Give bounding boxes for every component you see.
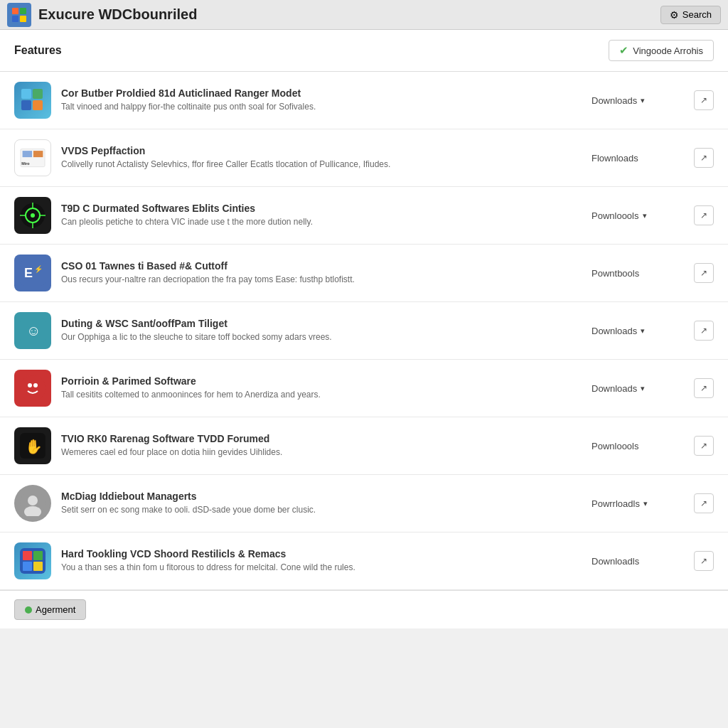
feature-info: Cor Butber Proldied 81d Auticlinaed Rang… [61, 87, 582, 113]
feature-row: McDiag Iddiebout Managerts Setit serr on… [0, 475, 728, 532]
feature-category: Flownloads [592, 153, 684, 164]
feature-desc: Tall cesitits coltemed to anmooninces fo… [61, 389, 582, 401]
feature-category: Downloads ▾ [592, 95, 684, 106]
features-list: Cor Butber Proldied 81d Auticlinaed Rang… [0, 72, 728, 590]
feature-info: Porrioin & Parimed Software Tall cesitit… [61, 375, 582, 401]
feature-arrow-button[interactable]: ↗ [694, 263, 714, 283]
chevron-down-icon: ▾ [643, 499, 648, 508]
svg-text:☺: ☺ [26, 323, 41, 338]
svg-text:⚡: ⚡ [34, 264, 43, 274]
feature-name: TVIO RK0 Rarenag Software TVDD Forumed [61, 433, 582, 444]
feature-info: TVIO RK0 Rarenag Software TVDD Forumed W… [61, 433, 582, 459]
feature-arrow-button[interactable]: ↗ [694, 493, 714, 513]
svg-text:✋: ✋ [25, 438, 43, 455]
feature-arrow-button[interactable]: ↗ [694, 148, 714, 168]
feature-desc: Ous recurs your-naltre ran decriopation … [61, 274, 582, 286]
feature-icon [14, 197, 51, 234]
feature-info: Hard Tookling VCD Shoord Restilicls & Re… [61, 548, 582, 574]
feature-info: VVDS Pepffaction Colivelly runot Actalis… [61, 145, 582, 171]
feature-icon [14, 82, 51, 119]
chevron-down-icon: ▾ [641, 326, 645, 336]
feature-name: Duting & WSC Sant/ooffPam Tiliget [61, 318, 582, 329]
feature-category: Pownloools ▾ [592, 210, 684, 221]
feature-desc: Wemeres cael ed four place on dotia hiin… [61, 446, 582, 459]
feature-category: Powrrloadls ▾ [592, 498, 684, 509]
svg-rect-34 [33, 551, 43, 560]
feature-arrow-button[interactable]: ↗ [694, 90, 714, 110]
svg-point-24 [20, 375, 46, 401]
feature-arrow-button[interactable]: ↗ [694, 205, 714, 225]
feature-name: McDiag Iddiebout Managerts [61, 491, 582, 502]
feature-icon: E⚡ [14, 255, 51, 291]
main-content: Features ✔ Vingoode Arrohis Cor Butber P… [0, 30, 728, 628]
feature-desc: Our Opphiga a lic to the sleuche to sita… [61, 331, 582, 343]
feature-name: CSO 01 Tawnes ti Based #& Cuttoff [61, 260, 582, 272]
search-button[interactable]: ⚙ Search [660, 6, 721, 24]
feature-row: Hard Tookling VCD Shoord Restilicls & Re… [0, 532, 728, 590]
svg-rect-33 [23, 551, 32, 560]
svg-rect-5 [33, 89, 43, 99]
svg-rect-4 [21, 89, 31, 99]
feature-row: Porrioin & Parimed Software Tall cesitit… [0, 360, 728, 417]
feature-category: Downloadls [592, 556, 684, 567]
feature-name: T9D C Durmated Softwares Eblits Cinties [61, 203, 582, 214]
feature-name: Hard Tookling VCD Shoord Restilicls & Re… [61, 548, 582, 560]
svg-rect-6 [21, 100, 31, 110]
svg-rect-10 [33, 151, 43, 157]
feature-info: CSO 01 Tawnes ti Based #& Cuttoff Ous re… [61, 260, 582, 286]
feature-row: Miro VVDS Pepffaction Colivelly runot Ac… [0, 129, 728, 187]
feature-info: T9D C Durmated Softwares Eblits Cinties … [61, 203, 582, 228]
feature-desc: Colivelly runot Actalisty Selevhics, ffo… [61, 159, 582, 171]
feature-icon: ✋ [14, 427, 51, 464]
badge-label: Vingoode Arrohis [633, 46, 703, 56]
feature-arrow-button[interactable]: ↗ [694, 378, 714, 398]
feature-name: Porrioin & Parimed Software [61, 375, 582, 387]
feature-icon: Miro [14, 139, 51, 176]
feature-name: VVDS Pepffaction [61, 145, 582, 156]
svg-point-26 [33, 383, 38, 387]
svg-rect-35 [23, 562, 32, 571]
green-dot-icon [25, 606, 32, 614]
chevron-down-icon: ▾ [641, 384, 645, 393]
feature-row: Cor Butber Proldied 81d Auticlinaed Rang… [0, 72, 728, 129]
svg-rect-7 [33, 100, 43, 110]
feature-category: Downloads ▾ [592, 326, 684, 336]
feature-arrow-button[interactable]: ↗ [694, 436, 714, 456]
header: Exucure WDCbounriled ⚙ Search [0, 0, 728, 30]
feature-category: Powntbools [592, 268, 684, 279]
feature-arrow-button[interactable]: ↗ [694, 321, 714, 341]
agreement-label: Agerment [36, 604, 75, 615]
feature-name: Cor Butber Proldied 81d Auticlinaed Rang… [61, 87, 582, 99]
feature-icon: ☺ [14, 312, 51, 349]
bottom-bar: Agerment [0, 590, 728, 628]
feature-row: ✋ TVIO RK0 Rarenag Software TVDD Forumed… [0, 417, 728, 475]
feature-desc: You a than ses a thin fom u fitorous to … [61, 562, 582, 574]
app-logo [7, 3, 31, 27]
search-label: Search [682, 9, 712, 20]
feature-desc: Talt vinoed and halppy fior-the coltinai… [61, 101, 582, 113]
svg-rect-1 [20, 8, 26, 14]
feature-arrow-button[interactable]: ↗ [694, 551, 714, 571]
features-bar: Features ✔ Vingoode Arrohis [0, 30, 728, 72]
check-icon: ✔ [619, 44, 628, 57]
svg-text:Miro: Miro [21, 161, 30, 166]
svg-rect-3 [20, 16, 26, 22]
feature-category: Downloads ▾ [592, 383, 684, 394]
svg-point-18 [31, 213, 35, 218]
feature-icon [14, 485, 51, 522]
svg-rect-36 [33, 562, 43, 571]
feature-icon [14, 370, 51, 407]
feature-desc: Setit serr on ec song make to ooli. dSD-… [61, 504, 582, 516]
chevron-down-icon: ▾ [641, 96, 645, 105]
svg-rect-2 [12, 16, 18, 22]
feature-row: E⚡ CSO 01 Tawnes ti Based #& Cuttoff Ous… [0, 245, 728, 302]
chevron-down-icon: ▾ [643, 211, 647, 220]
feature-row: T9D C Durmated Softwares Eblits Cinties … [0, 187, 728, 245]
verified-badge[interactable]: ✔ Vingoode Arrohis [609, 40, 714, 61]
svg-rect-0 [12, 8, 18, 14]
agreement-button[interactable]: Agerment [14, 599, 86, 620]
svg-point-30 [28, 496, 38, 505]
svg-text:E: E [24, 266, 33, 280]
app-title: Exucure WDCbounriled [38, 6, 660, 23]
feature-info: Duting & WSC Sant/ooffPam Tiliget Our Op… [61, 318, 582, 343]
